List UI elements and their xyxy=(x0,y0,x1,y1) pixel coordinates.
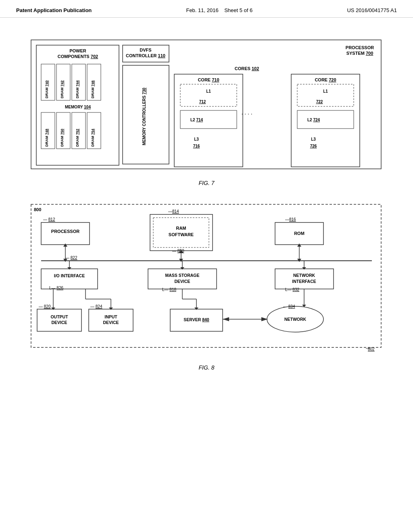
svg-text:L— 818: L— 818 xyxy=(162,287,176,292)
header-sheet: Sheet 5 of 6 xyxy=(224,7,252,13)
svg-text:INTERFACE: INTERFACE xyxy=(292,279,316,284)
svg-text:L2  724: L2 724 xyxy=(307,118,320,122)
svg-text:ROM: ROM xyxy=(294,231,305,236)
fig7-svg: PROCESSOR SYSTEM 700 POWER COMPONENTS 70… xyxy=(29,38,384,175)
svg-text:DRAM 750: DRAM 750 xyxy=(60,129,64,147)
svg-text:NETWORK: NETWORK xyxy=(284,317,307,322)
svg-text:SOFTWARE: SOFTWARE xyxy=(169,232,194,237)
svg-marker-109 xyxy=(194,308,198,310)
svg-text:RAM: RAM xyxy=(176,226,186,231)
fig8-caption-text: FIG. 8 xyxy=(199,364,215,371)
svg-rect-41 xyxy=(297,84,354,106)
header-center: Feb. 11, 2016 Sheet 5 of 6 xyxy=(186,7,252,13)
svg-marker-89 xyxy=(302,267,306,270)
svg-text:DEVICE: DEVICE xyxy=(51,320,67,325)
svg-text:DEVICE: DEVICE xyxy=(103,320,119,325)
svg-text:722: 722 xyxy=(316,100,323,104)
fig7-container: PROCESSOR SYSTEM 700 POWER COMPONENTS 70… xyxy=(29,38,384,186)
svg-marker-117 xyxy=(261,317,268,321)
svg-text:CONTROLLER 110: CONTROLLER 110 xyxy=(126,53,165,58)
svg-text:—816: —816 xyxy=(285,217,296,222)
svg-text:L— 832: L— 832 xyxy=(285,287,299,292)
svg-text:L2  714: L2 714 xyxy=(190,118,203,122)
svg-marker-65 xyxy=(63,243,67,247)
svg-text:MEMORY CONTROLLERS 730: MEMORY CONTROLLERS 730 xyxy=(142,87,146,145)
svg-text:MASS STORAGE: MASS STORAGE xyxy=(165,273,200,278)
fig7-caption-text: FIG. 7 xyxy=(199,180,215,186)
svg-text:— 834: — 834 xyxy=(283,304,295,309)
header-date: Feb. 11, 2016 xyxy=(186,7,218,13)
svg-text:CORE 720: CORE 720 xyxy=(315,77,336,82)
svg-rect-44 xyxy=(297,110,354,129)
main-content: PROCESSOR SYSTEM 700 POWER COMPONENTS 70… xyxy=(0,18,413,399)
svg-text:L3: L3 xyxy=(194,137,199,141)
svg-text:INPUT: INPUT xyxy=(104,314,117,319)
svg-text:712: 712 xyxy=(199,100,206,104)
svg-text:716: 716 xyxy=(193,144,200,148)
svg-marker-95 xyxy=(51,308,55,310)
svg-text:CORE 710: CORE 710 xyxy=(198,77,219,82)
svg-text:NETWORK: NETWORK xyxy=(293,273,315,278)
svg-text:DRAM 754: DRAM 754 xyxy=(91,129,95,147)
svg-text:SERVER 840: SERVER 840 xyxy=(184,317,209,322)
svg-text:PROCESSOR: PROCESSOR xyxy=(346,45,374,50)
svg-marker-103 xyxy=(109,308,113,310)
svg-text:SYSTEM 700: SYSTEM 700 xyxy=(346,51,373,56)
header-right: US 2016/0041775 A1 xyxy=(347,7,397,13)
svg-text:—: — xyxy=(366,346,370,350)
fig8-caption: FIG. 8 xyxy=(29,364,384,371)
svg-text:DRAM 752: DRAM 752 xyxy=(75,129,79,147)
svg-text:— 820: — 820 xyxy=(39,304,51,309)
svg-marker-116 xyxy=(223,317,229,321)
fig8-container: 800 PROCESSOR — 812 —814 RAM SOFTWARE — … xyxy=(29,202,384,371)
svg-text:— 824: — 824 xyxy=(90,304,102,309)
header-number: US 2016/0041775 A1 xyxy=(347,7,397,13)
fig8-svg: 800 PROCESSOR — 812 —814 RAM SOFTWARE — … xyxy=(29,202,384,360)
svg-text:— 812: — 812 xyxy=(43,217,55,222)
svg-text:L1: L1 xyxy=(323,89,328,94)
header-left: Patent Application Publication xyxy=(16,7,92,13)
svg-text:CORES 102: CORES 102 xyxy=(235,66,259,71)
svg-marker-83 xyxy=(180,267,184,270)
svg-marker-71 xyxy=(297,243,301,247)
svg-rect-32 xyxy=(180,84,237,106)
svg-text:L1: L1 xyxy=(206,89,211,94)
svg-text:MEMORY 104: MEMORY 104 xyxy=(65,105,91,109)
header-publication: Patent Application Publication xyxy=(16,7,92,13)
svg-marker-77 xyxy=(67,267,71,270)
page-header: Patent Application Publication Feb. 11, … xyxy=(0,0,413,18)
svg-text:—814: —814 xyxy=(168,209,179,214)
svg-text:DRAM 740: DRAM 740 xyxy=(45,80,49,98)
fig7-caption: FIG. 7 xyxy=(29,180,384,186)
svg-text:DRAM 748: DRAM 748 xyxy=(45,129,49,147)
svg-text:800: 800 xyxy=(34,207,41,212)
svg-text:I/O INTERFACE: I/O INTERFACE xyxy=(54,273,85,278)
svg-rect-0 xyxy=(31,40,381,169)
svg-rect-39 xyxy=(291,74,360,167)
svg-rect-35 xyxy=(180,110,237,129)
svg-text:DRAM 742: DRAM 742 xyxy=(60,80,64,98)
svg-text:— 822: — 822 xyxy=(65,256,77,260)
svg-text:DVFS: DVFS xyxy=(140,48,151,52)
svg-text:POWER: POWER xyxy=(69,48,86,53)
svg-text:DEVICE: DEVICE xyxy=(174,279,190,284)
svg-rect-30 xyxy=(174,74,243,167)
svg-text:L— 826: L— 826 xyxy=(49,286,63,290)
svg-text:PROCESSOR: PROCESSOR xyxy=(51,229,79,234)
svg-text:COMPONENTS 702: COMPONENTS 702 xyxy=(58,54,98,59)
svg-text:OUTPUT: OUTPUT xyxy=(50,314,68,319)
svg-text:DRAM 744: DRAM 744 xyxy=(75,80,79,98)
svg-text:DRAM 746: DRAM 746 xyxy=(91,80,95,98)
svg-text:L3: L3 xyxy=(311,137,316,141)
svg-text:726: 726 xyxy=(310,144,317,148)
